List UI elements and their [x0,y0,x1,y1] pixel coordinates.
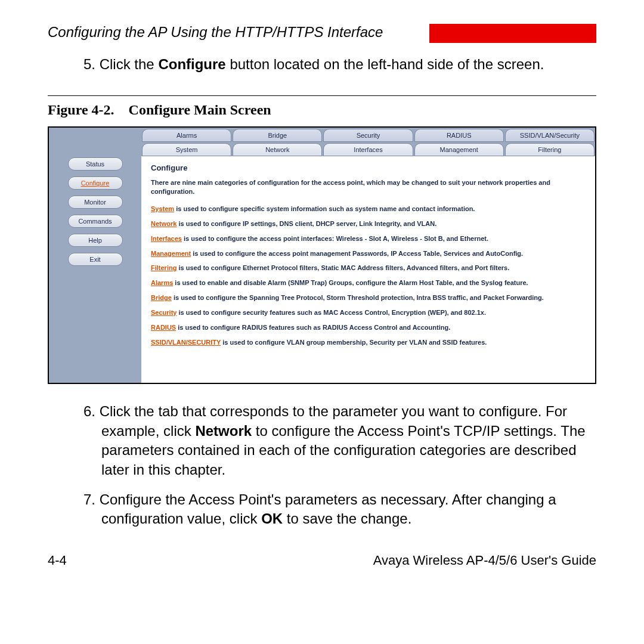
cfg-text: is used to enable and disable Alarm (SNM… [173,279,528,286]
sidebar-btn-exit[interactable]: Exit [68,253,123,266]
step-bold: Network [195,423,252,439]
link-network[interactable]: Network [151,220,177,227]
step-6: 6. Click the tab that corresponds to the… [83,402,596,479]
cfg-item-radius: RADIUS is used to configure RADIUS featu… [151,323,586,332]
header-title: Configuring the AP Using the HTTP/HTTPS … [48,24,429,43]
step-text-post: to save the change. [283,510,411,527]
link-alarms[interactable]: Alarms [151,279,173,286]
cfg-text: is used to configure the Spanning Tree P… [172,294,544,301]
sidebar: Status Configure Monitor Commands Help E… [49,128,141,383]
cfg-item-system: System is used to configure specific sys… [151,205,586,213]
sidebar-btn-status[interactable]: Status [68,157,123,171]
link-management[interactable]: Management [151,250,191,257]
tab-bridge[interactable]: Bridge [233,129,322,142]
cfg-item-network: Network is used to configure IP settings… [151,219,586,228]
step-bold: Configure [158,56,225,72]
link-filtering[interactable]: Filtering [151,264,177,271]
content-body: Configure There are nine main categories… [141,156,595,383]
step-text-post: button located on the left-hand side of … [226,56,544,72]
sidebar-btn-help[interactable]: Help [68,234,123,247]
guide-title: Avaya Wireless AP-4/5/6 User's Guide [373,553,596,568]
configure-intro: There are nine main categories of config… [151,178,586,196]
tab-security[interactable]: Security [323,129,413,142]
cfg-item-interfaces: Interfaces is used to configure the acce… [151,234,586,243]
cfg-text: is used to configure Ethernet Protocol f… [177,264,509,271]
sidebar-btn-commands[interactable]: Commands [68,215,123,228]
cfg-item-filtering: Filtering is used to configure Ethernet … [151,264,586,273]
cfg-text: is used to configure the access point in… [182,235,488,242]
tab-alarms[interactable]: Alarms [142,129,231,142]
figure-caption: Figure 4-2. Configure Main Screen [48,102,596,118]
cfg-text: is used to configure the access point ma… [191,250,523,257]
tab-radius[interactable]: RADIUS [414,129,504,142]
cfg-item-security: Security is used to configure security f… [151,308,586,317]
sidebar-btn-configure[interactable]: Configure [68,177,123,190]
page-number: 4-4 [48,553,67,568]
step-num: 5. [83,56,95,72]
cfg-text: is used to configure specific system inf… [174,205,475,212]
cfg-item-bridge: Bridge is used to configure the Spanning… [151,293,586,302]
screenshot-frame: Status Configure Monitor Commands Help E… [48,126,596,384]
tab-ssid-vlan-security[interactable]: SSID/VLAN/Security [505,129,595,142]
configure-title: Configure [151,163,586,172]
tab-network[interactable]: Network [233,143,322,156]
step-num: 7. [83,491,95,507]
header-accent-bar [429,24,596,43]
link-radius[interactable]: RADIUS [151,324,176,331]
cfg-item-management: Management is used to configure the acce… [151,249,586,258]
step-bold: OK [261,510,283,527]
link-bridge[interactable]: Bridge [151,294,172,301]
tab-management[interactable]: Management [414,143,504,156]
separator [48,95,596,96]
page-header: Configuring the AP Using the HTTP/HTTPS … [48,24,596,43]
page-footer: 4-4 Avaya Wireless AP-4/5/6 User's Guide [48,553,596,568]
cfg-text: is used to configure RADIUS features suc… [176,324,450,331]
step-num: 6. [83,403,95,419]
tabs-row-2: System Network Interfaces Management Fil… [141,142,595,156]
tab-system[interactable]: System [142,143,231,156]
cfg-item-alarms: Alarms is used to enable and disable Ala… [151,278,586,287]
cfg-text: is used to configure IP settings, DNS cl… [177,220,436,227]
tab-interfaces[interactable]: Interfaces [323,143,413,156]
figure-title: Configure Main Screen [129,102,271,117]
link-interfaces[interactable]: Interfaces [151,235,182,242]
cfg-item-ssidvlan: SSID/VLAN/SECURITY is used to configure … [151,338,586,347]
figure-label: Figure 4-2. [48,102,114,117]
step-5: 5. Click the Configure button located on… [83,55,596,74]
link-system[interactable]: System [151,205,174,212]
cfg-text: is used to configure security features s… [177,309,486,316]
tabs-row-1: Alarms Bridge Security RADIUS SSID/VLAN/… [141,128,595,142]
link-security[interactable]: Security [151,309,177,316]
link-ssidvlan[interactable]: SSID/VLAN/SECURITY [151,339,221,346]
step-text-pre: Click the [100,56,159,72]
main-area: Alarms Bridge Security RADIUS SSID/VLAN/… [141,128,595,383]
screenshot: Status Configure Monitor Commands Help E… [49,128,595,383]
step-7: 7. Configure the Access Point's paramete… [83,490,596,529]
sidebar-btn-monitor[interactable]: Monitor [68,196,123,209]
cfg-text: is used to configure VLAN group membersh… [221,339,487,346]
tab-filtering[interactable]: Filtering [505,143,595,156]
